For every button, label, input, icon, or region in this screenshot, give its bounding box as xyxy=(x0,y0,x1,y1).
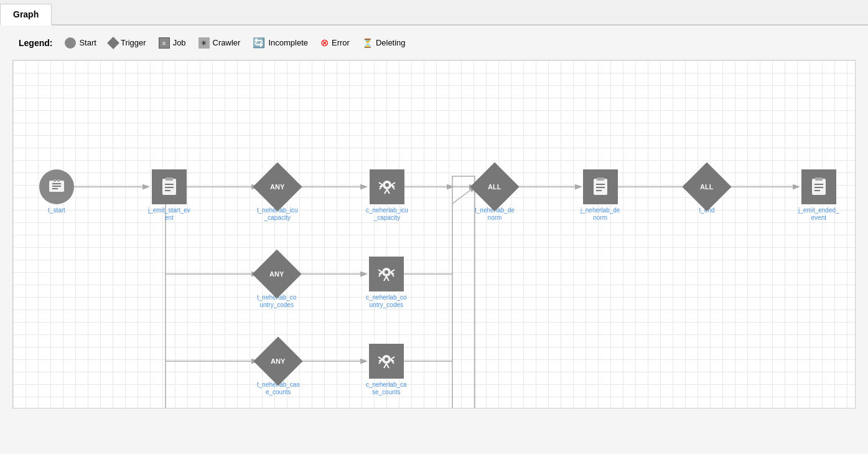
legend-deleting-label: Deleting xyxy=(376,38,406,47)
svg-point-62 xyxy=(385,357,388,361)
legend-item-crawler: ✳ Crawler xyxy=(198,37,241,49)
crawler-icon: ✳ xyxy=(198,37,210,49)
start-icon xyxy=(65,37,76,49)
node-t-start[interactable]: t_start xyxy=(39,169,74,214)
tab-bar: Graph xyxy=(0,0,868,26)
node-c-neherlab-icu-capacity[interactable]: c_neherlab_icu_capacity xyxy=(366,169,408,222)
node-c-neherlab-country-codes-label: c_neherlab_country_codes xyxy=(366,294,407,309)
node-c-neherlab-case-counts[interactable]: c_neherlab_case_counts xyxy=(366,344,407,396)
trigger-shape-country-codes: ANY xyxy=(252,249,301,298)
node-j-emit-ended-event-label: j_emit_ended_event xyxy=(798,207,839,222)
arrows-svg xyxy=(13,60,855,408)
node-c-neherlab-icu-capacity-label: c_neherlab_icu_capacity xyxy=(366,207,408,222)
legend-start-label: Start xyxy=(79,38,96,47)
legend-item-error: ⊗ Error xyxy=(320,37,350,49)
tab-graph[interactable]: Graph xyxy=(0,4,52,26)
legend-crawler-label: Crawler xyxy=(213,38,241,47)
legend-item-start: Start xyxy=(65,37,96,49)
svg-rect-47 xyxy=(815,177,823,181)
trigger-icon xyxy=(107,37,119,49)
job-shape-emit-start xyxy=(152,169,187,204)
node-j-neherlab-denorm[interactable]: j_neherlab_denorm xyxy=(581,169,620,222)
svg-rect-19 xyxy=(452,176,475,409)
trigger-shape-end: ALL xyxy=(682,162,731,211)
node-j-emit-start-event[interactable]: j_emit_start_event xyxy=(148,169,190,222)
svg-line-40 xyxy=(387,189,390,194)
crawler-shape-icu-capacity xyxy=(370,169,404,204)
job-shape-denorm xyxy=(583,169,618,204)
svg-line-59 xyxy=(384,277,386,281)
legend-job-label: Job xyxy=(173,38,186,47)
svg-line-70 xyxy=(386,364,389,368)
node-t-neherlab-denorm[interactable]: ALL t_neherlab_denorm xyxy=(475,169,515,222)
job-shape-ended xyxy=(801,169,836,204)
node-j-emit-start-event-label: j_emit_start_event xyxy=(148,207,190,222)
svg-line-39 xyxy=(385,189,387,194)
node-j-emit-ended-event[interactable]: j_emit_ended_event xyxy=(798,169,839,222)
svg-rect-25 xyxy=(57,179,60,182)
incomplete-icon: 🔄 xyxy=(253,37,265,49)
start-shape xyxy=(39,169,74,204)
legend-item-incomplete: 🔄 Incomplete xyxy=(253,37,308,49)
svg-line-5 xyxy=(452,187,475,204)
legend-incomplete-label: Incomplete xyxy=(268,38,308,47)
node-t-end[interactable]: ALL t_end xyxy=(689,169,724,214)
node-t-neherlab-country-codes[interactable]: ANY t_neherlab_country_codes xyxy=(257,257,296,309)
graph-canvas: t_start j_emit_start_event ANY t_neherla… xyxy=(12,60,856,409)
legend-trigger-label: Trigger xyxy=(121,38,146,47)
svg-rect-42 xyxy=(597,177,604,181)
legend-item-trigger: Trigger xyxy=(109,38,146,47)
job-icon: ≡ xyxy=(159,37,170,49)
node-t-start-label: t_start xyxy=(48,207,65,214)
deleting-icon: ⏳ xyxy=(362,38,373,48)
node-t-neherlab-icu-capacity[interactable]: ANY t_neherlab_icu_capacity xyxy=(257,169,298,222)
trigger-shape-case-counts: ANY xyxy=(254,336,303,385)
svg-line-69 xyxy=(384,364,386,368)
node-j-neherlab-denorm-label: j_neherlab_denorm xyxy=(581,207,620,222)
svg-line-60 xyxy=(386,277,389,281)
legend-label: Legend: xyxy=(19,38,52,48)
legend: Legend: Start Trigger ≡ Job ✳ Crawler 🔄 … xyxy=(0,26,868,60)
trigger-shape-denorm: ALL xyxy=(470,162,519,211)
error-icon: ⊗ xyxy=(320,37,329,49)
legend-item-job: ≡ Job xyxy=(159,37,186,49)
svg-rect-24 xyxy=(54,179,56,182)
svg-point-32 xyxy=(385,183,389,187)
trigger-shape-icu-capacity: ANY xyxy=(253,162,302,211)
node-t-neherlab-case-counts[interactable]: ANY t_neherlab_case_counts xyxy=(257,344,299,396)
crawler-shape-country-codes xyxy=(369,257,404,291)
crawler-shape-case-counts xyxy=(369,344,404,379)
svg-rect-27 xyxy=(166,177,173,181)
legend-item-deleting: ⏳ Deleting xyxy=(362,38,406,48)
node-c-neherlab-country-codes[interactable]: c_neherlab_country_codes xyxy=(366,257,407,309)
node-c-neherlab-case-counts-label: c_neherlab_case_counts xyxy=(366,381,407,396)
svg-point-52 xyxy=(385,270,388,274)
legend-error-label: Error xyxy=(332,38,350,47)
